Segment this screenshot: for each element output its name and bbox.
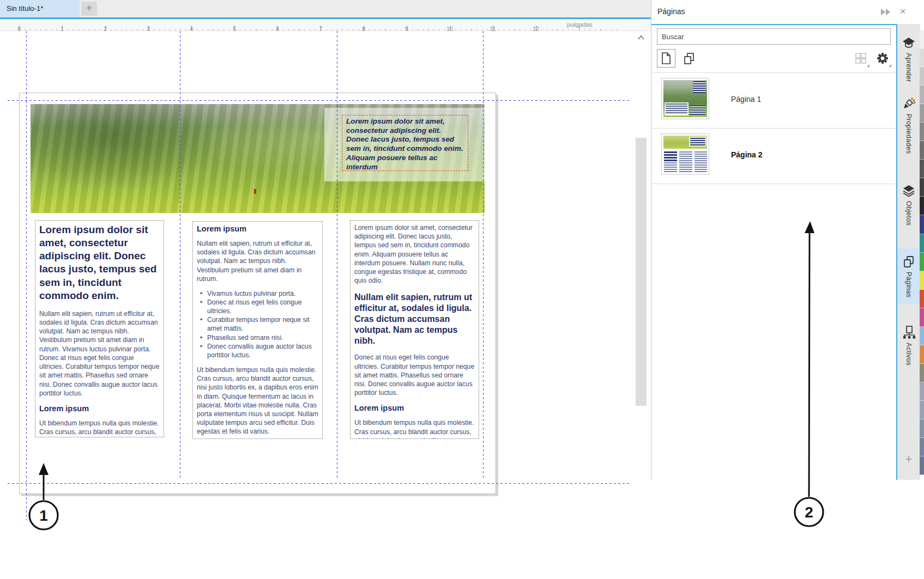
color-swatch[interactable] xyxy=(920,271,924,290)
docker-header: Páginas × xyxy=(651,0,924,24)
assets-tree-icon xyxy=(902,326,915,339)
color-swatch[interactable] xyxy=(920,401,924,419)
drawing-canvas[interactable]: Lorem ipsum dolor sit amet, consectetur … xyxy=(0,31,632,579)
color-swatch[interactable] xyxy=(920,290,924,308)
color-swatch[interactable] xyxy=(920,382,924,401)
photo-person-figure xyxy=(254,189,256,194)
close-icon: × xyxy=(899,5,905,17)
docker-close-button[interactable]: × xyxy=(897,4,909,19)
column3-subheading: Lorem ipsum xyxy=(354,404,475,412)
pages-icon xyxy=(902,255,915,268)
page-2-thumbnail[interactable] xyxy=(661,133,709,175)
guide-vertical-3[interactable] xyxy=(337,31,337,479)
guide-vertical-1[interactable] xyxy=(26,31,27,520)
callout-2-arrow: 2 xyxy=(790,219,828,528)
horizontal-ruler[interactable]: 0123456789101112 pulgadas xyxy=(0,19,651,31)
color-swatch[interactable] xyxy=(920,364,924,382)
color-swatch[interactable] xyxy=(920,327,924,345)
color-swatch[interactable] xyxy=(920,86,924,104)
color-swatch[interactable] xyxy=(920,234,924,253)
docker-tab-objetos[interactable]: Objetos xyxy=(897,181,920,229)
color-swatch[interactable] xyxy=(920,178,924,197)
document-tab[interactable]: Sin título-1* xyxy=(0,0,80,17)
guide-vertical-4[interactable] xyxy=(483,31,484,479)
search-input[interactable] xyxy=(657,28,891,45)
docker-tab-activos[interactable]: Activos xyxy=(897,322,920,369)
docker-content: Página 1 Página 2 xyxy=(651,24,896,480)
column2-bullet-list: Vivamus luctus pulvinar porta. Donec at … xyxy=(198,289,318,359)
text-frame-column-3[interactable]: Lorem ipsum dolor sit amet, consectetur … xyxy=(350,220,479,439)
bullet-item: Phasellus sed ornare nisi. xyxy=(198,333,318,342)
options-button[interactable] xyxy=(873,49,892,68)
color-swatch[interactable] xyxy=(920,197,924,215)
guide-horizontal-top[interactable] xyxy=(8,100,631,101)
new-document-tab-button[interactable]: + xyxy=(81,2,97,16)
docker-tab-aprender[interactable]: Aprender xyxy=(897,34,920,86)
vertical-scrollbar-thumb[interactable] xyxy=(636,138,647,406)
bullet-item: Donec convallis augue auctor lacus portt… xyxy=(198,342,318,359)
page-row-2[interactable]: Página 2 xyxy=(651,129,896,181)
column3-paragraph-1: Lorem ipsum dolor sit amet, consectetur … xyxy=(354,223,475,285)
text-frame-column-1[interactable]: Lorem ipsum dolor sit amet, consectetur … xyxy=(35,220,164,437)
document-tabbar: Sin título-1* + xyxy=(0,0,651,17)
grid-view-icon xyxy=(854,52,867,65)
page-row-1[interactable]: Página 1 xyxy=(651,73,896,125)
docker-tab-propiedades-label: Propiedades xyxy=(905,114,913,154)
overlay-text: Lorem ipsum dolor sit amet, consectetur … xyxy=(346,117,464,172)
page-1-label: Página 1 xyxy=(731,73,761,125)
thumbnail-view-button[interactable] xyxy=(851,49,870,68)
document-tab-title: Sin título-1* xyxy=(7,4,43,13)
color-swatch[interactable] xyxy=(920,308,924,327)
graduation-cap-icon xyxy=(902,37,915,49)
ruler-tick-marks: 0123456789101112 xyxy=(0,25,632,31)
gear-icon xyxy=(877,52,889,64)
page-2-label: Página 2 xyxy=(731,129,763,181)
page-1-thumbnail[interactable] xyxy=(661,78,709,119)
column1-paragraph-1: Nullam elit sapien, rutrum ut efficitur … xyxy=(39,309,160,398)
guide-vertical-2[interactable] xyxy=(180,31,180,479)
dropdown-corner-icon xyxy=(889,64,891,67)
new-page-button[interactable] xyxy=(657,49,675,68)
document-page: Lorem ipsum dolor sit amet, consectetur … xyxy=(19,93,496,494)
docker-collapse-button[interactable] xyxy=(879,7,891,17)
docker-title: Páginas xyxy=(657,7,685,16)
color-swatch[interactable] xyxy=(920,345,924,364)
bullet-item: Vivamus luctus pulvinar porta. xyxy=(198,289,318,298)
color-swatch[interactable] xyxy=(920,419,924,438)
docker-tab-propiedades[interactable]: Propiedades xyxy=(897,94,920,157)
duplicate-page-button[interactable] xyxy=(680,49,698,68)
color-swatch[interactable] xyxy=(920,456,924,475)
color-swatch[interactable] xyxy=(920,141,924,160)
color-swatch[interactable] xyxy=(920,215,924,234)
bullet-item: Curabitur tempus tempor neque sit amet m… xyxy=(198,315,318,333)
pages-docker: Páginas × xyxy=(651,0,924,480)
column2-heading: Lorem ipsum xyxy=(197,224,318,233)
page-icon xyxy=(660,52,672,65)
docker-tab-paginas[interactable]: Páginas xyxy=(897,248,920,304)
color-swatch[interactable] xyxy=(920,104,924,123)
color-swatch[interactable] xyxy=(920,160,924,178)
docker-tab-strip: Aprender Propiedades Objetos xyxy=(896,24,920,480)
color-swatch[interactable] xyxy=(920,438,924,456)
docker-tab-activos-label: Activos xyxy=(905,343,913,365)
pages-toolbar xyxy=(651,48,896,71)
page-2-thumbnail-art xyxy=(663,136,707,173)
guide-horizontal-bottom[interactable] xyxy=(8,483,631,484)
color-swatch[interactable] xyxy=(920,67,924,86)
column3-paragraph-3: Ut bibendum tempus nulla quis molestie. … xyxy=(354,418,475,439)
double-chevron-right-icon xyxy=(879,7,891,17)
bullet-item: Donec at risus eget felis congue ultrici… xyxy=(198,298,318,315)
color-swatch[interactable] xyxy=(920,30,924,48)
add-docker-button[interactable]: + xyxy=(897,452,920,466)
color-swatch[interactable] xyxy=(920,48,924,67)
layers-icon xyxy=(902,184,915,197)
callout-2-number: 2 xyxy=(805,504,813,521)
color-swatch[interactable] xyxy=(920,253,924,271)
color-swatch[interactable] xyxy=(920,123,924,141)
chevron-up-icon xyxy=(635,32,648,44)
scroll-up-button[interactable] xyxy=(635,32,648,44)
properties-pen-icon xyxy=(902,97,915,110)
selected-text-frame[interactable]: Lorem ipsum dolor sit amet, consectetur … xyxy=(342,115,468,171)
landscape-photo[interactable]: Lorem ipsum dolor sit amet, consectetur … xyxy=(31,104,485,213)
text-frame-column-2[interactable]: Lorem ipsum Nullam elit sapien, rutrum u… xyxy=(192,221,323,439)
